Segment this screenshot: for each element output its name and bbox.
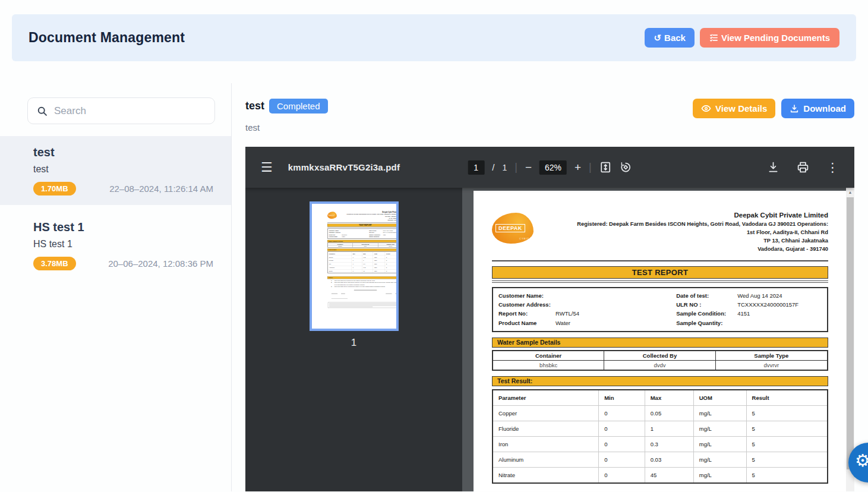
download-button[interactable]: Download <box>781 99 854 118</box>
toolbar-divider: | <box>515 161 517 174</box>
result-cell: 0.03 <box>645 452 694 468</box>
report-info-box: Customer Name: Customer Address: Report … <box>492 287 828 332</box>
test-result-table: Parameter Min Max UOM Result Copper 0 0. <box>492 389 828 484</box>
scrollbar-thumb[interactable] <box>847 197 854 469</box>
document-subtitle: HS test 1 <box>33 239 216 250</box>
result-cell: Iron <box>493 437 599 452</box>
download-button-label: Download <box>803 103 846 113</box>
sample-condition-value: 4151 <box>737 309 750 318</box>
undo-icon: ↺ <box>654 33 661 42</box>
result-cell: mg/L <box>694 468 747 482</box>
result-cell: 45 <box>645 468 694 482</box>
pdf-toolbar-center: 1 / 1 | − 62% + | <box>468 160 632 175</box>
result-cell: 0 <box>599 421 645 437</box>
report-info-box: Customer Name: Customer Address: Report … <box>327 229 396 239</box>
ws-header-collected-by: Collected By <box>604 351 715 361</box>
rotate-icon[interactable] <box>620 161 632 174</box>
pdf-page-area: DEEPAK CYBIT Deepak Cybit Private Limite… <box>462 188 854 491</box>
back-button[interactable]: ↺ Back <box>645 28 694 48</box>
eye-icon <box>701 103 711 113</box>
ws-header-sample-type: Sample Type <box>716 351 827 361</box>
search-input[interactable] <box>54 105 206 117</box>
document-list-item-test[interactable]: test test 1.70MB 22–08–2024, 11:26:14 AM <box>0 136 231 205</box>
header-actions: ↺ Back View Pending Documents <box>645 28 839 48</box>
back-button-label: Back <box>664 33 686 43</box>
page-thumbnail[interactable]: DEEPAK CYBIT Deepak Cybit Private Limite… <box>310 201 399 331</box>
detail-title: test <box>245 100 264 112</box>
download-file-icon[interactable] <box>767 161 779 174</box>
view-pending-documents-label: View Pending Documents <box>721 33 830 43</box>
customer-address-label: Customer Address: <box>498 300 555 309</box>
document-list: test test 1.70MB 22–08–2024, 11:26:14 AM… <box>0 136 231 280</box>
test-report-banner: TEST REPORT <box>492 266 828 279</box>
document-sidebar: test test 1.70MB 22–08–2024, 11:26:14 AM… <box>0 83 232 491</box>
result-cell: Nitrate <box>327 269 351 273</box>
result-cell: mg/L <box>373 269 384 273</box>
zoom-in-icon[interactable]: + <box>575 161 581 174</box>
report-letterhead: DEEPAK CYBIT Deepak Cybit Private Limite… <box>492 210 828 254</box>
checklist-icon <box>709 33 718 42</box>
result-row-copper: Copper 0 0.05 mg/L 5 <box>493 406 827 421</box>
scroll-up-icon[interactable]: ▲ <box>846 188 854 197</box>
water-sample-table: Container Collected By Sample Type bhsbk… <box>492 350 828 371</box>
result-cell: 0 <box>351 269 362 273</box>
result-row-nitrate: Nitrate 0 45 mg/L 5 <box>327 269 396 273</box>
result-cell: 5 <box>747 437 827 452</box>
report-info-right: Date of test:Wed Aug 14 2024 ULR NO :TCX… <box>676 291 822 327</box>
result-cell: mg/L <box>694 421 747 437</box>
result-cell: Nitrate <box>493 468 599 482</box>
footer-box-decoration <box>327 302 396 308</box>
ws-header-container: Container <box>493 351 604 361</box>
detail-actions: View Details Download <box>693 99 854 118</box>
product-name-label: Product Name <box>498 318 555 327</box>
pdf-scrollbar[interactable]: ▲ <box>846 188 854 491</box>
note-number <box>331 286 334 288</box>
deepak-logo-subtext: CYBIT <box>519 237 529 240</box>
note-item: This report shall not be used as an evid… <box>327 282 396 286</box>
view-details-button[interactable]: View Details <box>693 99 775 118</box>
menu-icon[interactable]: ☰ <box>261 160 273 175</box>
search-icon <box>36 105 48 117</box>
report-no-value: RWTL/54 <box>555 309 579 318</box>
page-title: Document Management <box>29 30 185 46</box>
more-options-icon[interactable]: ⋮ <box>826 160 839 175</box>
print-icon[interactable] <box>797 161 809 174</box>
date-of-test-label: Date of test: <box>676 291 737 300</box>
result-cell: Fluoride <box>493 421 599 437</box>
zoom-out-icon[interactable]: − <box>525 161 532 174</box>
page-number-input[interactable]: 1 <box>468 160 484 175</box>
company-address-line: 1st Floor, Aaditya-II, Chhani Rd <box>534 229 828 237</box>
view-details-label: View Details <box>715 103 767 113</box>
ws-value-container: bhsbkc <box>327 245 352 247</box>
search-box[interactable] <box>27 97 215 124</box>
pdf-filename: kmmkxsaRRvT5G2i3a.pdf <box>288 162 400 172</box>
document-date: 22–08–2024, 11:26:14 AM <box>109 184 213 194</box>
result-cell: 0.3 <box>645 437 694 452</box>
water-sample-details-banner: Water Sample Details <box>327 240 396 242</box>
result-cell: 5 <box>747 452 827 468</box>
thumbnail-page-number: 1 <box>351 337 356 349</box>
toolbar-divider: | <box>589 161 592 174</box>
company-address-block: Deepak Cybit Private Limited Registered:… <box>534 210 828 254</box>
result-cell: 45 <box>362 269 373 273</box>
customer-name-label: Customer Name: <box>498 291 555 300</box>
result-header: Min <box>599 390 645 406</box>
test-report-banner: TEST REPORT <box>327 224 396 227</box>
result-cell: 5 <box>384 269 396 273</box>
result-row-iron: Iron 0 0.3 mg/L 5 <box>493 437 827 452</box>
result-header: Parameter <box>493 390 599 406</box>
test-result-table: Parameter Min Max UOM Result Copper 0 0. <box>327 251 396 273</box>
detail-subtitle: test <box>245 122 328 133</box>
company-name: Deepak Cybit Private Limited <box>534 210 828 220</box>
document-list-item-hs-test-1[interactable]: HS test 1 HS test 1 3.78MB 20–06–2024, 1… <box>0 211 231 280</box>
result-cell: 0 <box>599 437 645 452</box>
deepak-logo-subtext: CYBIT <box>333 217 336 218</box>
view-pending-documents-button[interactable]: View Pending Documents <box>700 28 839 48</box>
result-cell: 5 <box>747 421 827 437</box>
ws-value-collected-by: dvdv <box>604 361 715 370</box>
signature-row-decoration <box>327 294 396 294</box>
zoom-level-input[interactable]: 62% <box>539 160 567 175</box>
pdf-page: DEEPAK CYBIT Deepak Cybit Private Limite… <box>474 191 847 491</box>
document-subtitle: test <box>33 164 216 175</box>
fit-to-page-icon[interactable] <box>599 161 612 174</box>
